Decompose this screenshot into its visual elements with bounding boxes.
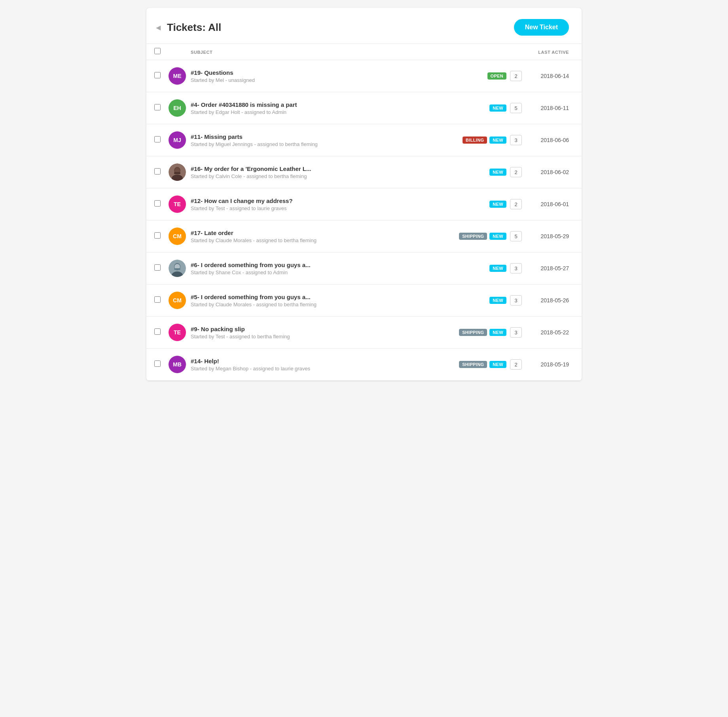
ticket-title[interactable]: #16- My order for a 'Ergonomic Leather L… — [191, 165, 427, 172]
date-cell: 2018-05-22 — [525, 329, 569, 336]
ticket-title[interactable]: #14- Help! — [191, 358, 427, 364]
count-cell: 2 — [506, 167, 525, 177]
tag-open: OPEN — [487, 72, 507, 80]
tag-new: NEW — [489, 137, 506, 144]
row-checkbox[interactable] — [154, 296, 161, 303]
table-row: ME #19- Questions Started by Mel - unass… — [146, 60, 582, 92]
ticket-title[interactable]: #17- Late order — [191, 230, 427, 236]
count-cell: 5 — [506, 231, 525, 241]
count-cell: 2 — [506, 199, 525, 209]
tags-cell: NEW — [427, 169, 506, 176]
avatar: EH — [169, 99, 186, 117]
reply-count-badge: 2 — [510, 199, 522, 209]
table-row: EH #4- Order #40341880 is missing a part… — [146, 92, 582, 124]
date-cell: 2018-06-06 — [525, 137, 569, 143]
tag-new: NEW — [489, 233, 506, 240]
avatar: ME — [169, 67, 186, 85]
select-all-checkbox[interactable] — [154, 48, 161, 54]
row-check-cell — [154, 360, 169, 368]
subject-cell: #16- My order for a 'Ergonomic Leather L… — [191, 165, 427, 179]
row-checkbox[interactable] — [154, 104, 161, 110]
subject-cell: #19- Questions Started by Mel - unassign… — [191, 69, 427, 83]
date-cell: 2018-05-29 — [525, 233, 569, 239]
ticket-title[interactable]: #5- I ordered something from you guys a.… — [191, 294, 427, 300]
count-cell: 3 — [506, 327, 525, 338]
last-active-column-label: LAST ACTIVE — [538, 50, 569, 55]
row-checkbox[interactable] — [154, 328, 161, 335]
reply-count-badge: 3 — [510, 135, 522, 145]
header-date-cell: LAST ACTIVE — [525, 48, 569, 55]
avatar-cell: MJ — [169, 131, 191, 149]
avatar-cell: ME — [169, 67, 191, 85]
row-checkbox[interactable] — [154, 168, 161, 175]
reply-count-badge: 3 — [510, 327, 522, 338]
table-row: #6- I ordered something from you guys a.… — [146, 252, 582, 285]
tag-new: NEW — [489, 265, 506, 272]
tag-shipping: SHIPPING — [459, 329, 487, 336]
row-check-cell — [154, 200, 169, 208]
page-header: ◀ Tickets: All New Ticket — [146, 8, 582, 44]
ticket-meta: Started by Miguel Jennings - assigned to… — [191, 141, 427, 147]
date-cell: 2018-06-11 — [525, 105, 569, 111]
new-ticket-button[interactable]: New Ticket — [514, 19, 569, 36]
page-title: Tickets: All — [167, 21, 221, 34]
table-row: MB #14- Help! Started by Megan Bishop - … — [146, 349, 582, 381]
row-check-cell — [154, 104, 169, 112]
collapse-icon[interactable]: ◀ — [154, 23, 162, 31]
table-row: TE #9- No packing slip Started by Test -… — [146, 317, 582, 349]
tag-new: NEW — [489, 169, 506, 176]
date-cell: 2018-05-19 — [525, 361, 569, 368]
ticket-meta: Started by Claude Morales - assigned to … — [191, 302, 427, 307]
table-row: MJ #11- Missing parts Started by Miguel … — [146, 124, 582, 156]
avatar: TE — [169, 195, 186, 213]
row-checkbox[interactable] — [154, 136, 161, 142]
avatar-cell: CM — [169, 228, 191, 245]
avatar: MJ — [169, 131, 186, 149]
ticket-title[interactable]: #4- Order #40341880 is missing a part — [191, 101, 427, 108]
date-cell: 2018-05-26 — [525, 297, 569, 303]
ticket-title[interactable]: #19- Questions — [191, 69, 427, 76]
row-check-cell — [154, 136, 169, 144]
ticket-title[interactable]: #11- Missing parts — [191, 133, 427, 140]
ticket-meta: Started by Shane Cox - assigned to Admin — [191, 269, 427, 275]
avatar-cell — [169, 163, 191, 181]
row-check-cell — [154, 328, 169, 336]
tag-new: NEW — [489, 329, 506, 336]
ticket-title[interactable]: #9- No packing slip — [191, 326, 427, 332]
row-checkbox[interactable] — [154, 360, 161, 367]
tag-shipping: SHIPPING — [459, 233, 487, 240]
row-check-cell — [154, 296, 169, 304]
avatar: MB — [169, 356, 186, 373]
table-row: CM #5- I ordered something from you guys… — [146, 285, 582, 317]
table-header: SUBJECT LAST ACTIVE — [146, 44, 582, 60]
tags-cell: NEW — [427, 201, 506, 208]
tag-new: NEW — [489, 201, 506, 208]
ticket-meta: Started by Calvin Cole - assigned to ber… — [191, 173, 427, 179]
ticket-title[interactable]: #12- How can I change my address? — [191, 197, 427, 204]
row-checkbox[interactable] — [154, 264, 161, 271]
reply-count-badge: 2 — [510, 71, 522, 81]
date-cell: 2018-05-27 — [525, 265, 569, 271]
tag-billing: BILLING — [463, 137, 487, 144]
subject-cell: #6- I ordered something from you guys a.… — [191, 262, 427, 275]
tags-cell: BILLINGNEW — [427, 137, 506, 144]
tag-new: NEW — [489, 297, 506, 304]
avatar: CM — [169, 228, 186, 245]
count-cell: 2 — [506, 359, 525, 370]
count-cell: 5 — [506, 103, 525, 113]
tags-cell: NEW — [427, 297, 506, 304]
ticket-meta: Started by Test - assigned to bertha fle… — [191, 334, 427, 340]
row-check-cell — [154, 232, 169, 240]
avatar-cell: TE — [169, 324, 191, 341]
avatar: TE — [169, 324, 186, 341]
table-row: CM #17- Late order Started by Claude Mor… — [146, 220, 582, 252]
row-checkbox[interactable] — [154, 200, 161, 207]
row-checkbox[interactable] — [154, 72, 161, 78]
subject-cell: #5- I ordered something from you guys a.… — [191, 294, 427, 307]
tag-new: NEW — [489, 104, 506, 112]
row-checkbox[interactable] — [154, 232, 161, 239]
avatar: CM — [169, 292, 186, 309]
ticket-title[interactable]: #6- I ordered something from you guys a.… — [191, 262, 427, 268]
ticket-meta: Started by Test - assigned to laurie gra… — [191, 205, 427, 211]
date-cell: 2018-06-02 — [525, 169, 569, 175]
